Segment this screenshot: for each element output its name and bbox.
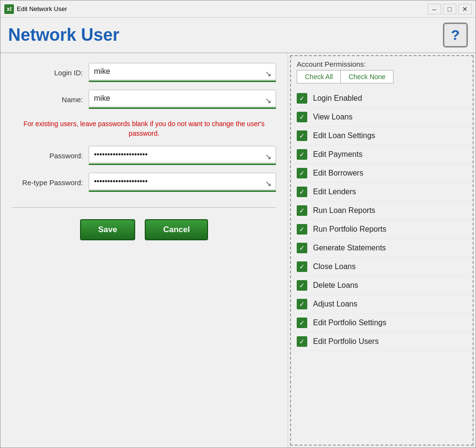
permission-label: View Loans (313, 113, 352, 121)
permission-item[interactable]: ✓Delete Loans (291, 276, 473, 295)
password-label: Password: (12, 152, 89, 160)
password-field-wrapper: ↘ (89, 146, 276, 165)
login-id-label: Login ID: (12, 69, 89, 77)
permission-checkbox: ✓ (297, 336, 307, 347)
permission-item[interactable]: ✓Edit Borrowers (291, 164, 473, 183)
retype-password-row: Re-type Password: ↘ (12, 173, 276, 192)
check-none-button[interactable]: Check None (340, 70, 394, 83)
login-id-field-wrapper: ↘ (89, 63, 276, 82)
permission-checkbox: ✓ (297, 187, 307, 197)
permission-label: Edit Portfolio Users (313, 337, 379, 346)
name-input[interactable] (89, 90, 276, 107)
permissions-header: Account Permissions: (291, 56, 473, 70)
login-id-underline (89, 81, 276, 82)
permission-item[interactable]: ✓View Loans (291, 108, 473, 127)
permission-label: Edit Lenders (313, 188, 356, 196)
retype-password-label: Re-type Password: (12, 178, 89, 187)
permission-label: Generate Statements (313, 244, 386, 252)
permission-item[interactable]: ✓Login Enabled (291, 89, 473, 108)
left-panel: Login ID: ↘ Name: ↘ For existing users, … (0, 53, 288, 448)
form-divider (12, 207, 276, 208)
password-row: Password: ↘ (12, 146, 276, 165)
maximize-button[interactable]: □ (443, 4, 456, 14)
name-field-wrapper: ↘ (89, 90, 276, 109)
permission-label: Delete Loans (313, 281, 358, 290)
permission-checkbox: ✓ (297, 224, 307, 235)
permission-checkbox: ✓ (297, 149, 307, 160)
permission-item[interactable]: ✓Generate Statements (291, 239, 473, 258)
login-id-input[interactable] (89, 63, 276, 80)
close-button[interactable]: ✕ (458, 4, 472, 14)
page-title: Network User (8, 25, 119, 45)
permission-item[interactable]: ✓Run Loan Reports (291, 201, 473, 220)
title-bar-left: xl Edit Network User (4, 4, 67, 14)
right-panel: Account Permissions: Check All Check Non… (290, 55, 474, 446)
permission-label: Edit Borrowers (313, 169, 363, 177)
cancel-button[interactable]: Cancel (145, 219, 208, 240)
check-all-button[interactable]: Check All (297, 70, 340, 83)
permission-checkbox: ✓ (297, 299, 307, 309)
permission-label: Login Enabled (313, 94, 362, 103)
permission-item[interactable]: ✓Edit Loan Settings (291, 127, 473, 145)
name-underline (89, 107, 276, 109)
login-id-row: Login ID: ↘ (12, 63, 276, 82)
retype-password-field-wrapper: ↘ (89, 173, 276, 192)
window: xl Edit Network User – □ ✕ Network User … (0, 0, 476, 448)
permission-checkbox: ✓ (297, 130, 307, 141)
help-button[interactable]: ? (443, 23, 468, 47)
title-bar: xl Edit Network User – □ ✕ (0, 0, 476, 18)
retype-password-underline (89, 190, 276, 192)
permission-checkbox: ✓ (297, 261, 307, 272)
password-hint: For existing users, leave passwords blan… (12, 119, 276, 138)
check-buttons: Check All Check None (291, 70, 473, 87)
permission-label: Close Loans (313, 262, 356, 271)
permission-label: Run Portfolio Reports (313, 225, 386, 234)
permission-item[interactable]: ✓Edit Lenders (291, 183, 473, 201)
permission-checkbox: ✓ (297, 93, 307, 104)
main-content: Login ID: ↘ Name: ↘ For existing users, … (0, 53, 476, 448)
password-input[interactable] (89, 146, 276, 163)
permission-checkbox: ✓ (297, 243, 307, 253)
permission-label: Run Loan Reports (313, 206, 375, 215)
name-label: Name: (12, 95, 89, 104)
permission-item[interactable]: ✓Run Portfolio Reports (291, 220, 473, 239)
permission-item[interactable]: ✓Adjust Loans (291, 295, 473, 314)
permissions-list: ✓Login Enabled✓View Loans✓Edit Loan Sett… (291, 87, 473, 445)
retype-password-input[interactable] (89, 173, 276, 190)
help-icon: ? (451, 27, 460, 43)
title-bar-controls: – □ ✕ (428, 4, 472, 14)
buttons-row: Save Cancel (12, 219, 276, 240)
name-row: Name: ↘ (12, 90, 276, 109)
permission-checkbox: ✓ (297, 280, 307, 291)
permission-label: Edit Loan Settings (313, 131, 375, 140)
permission-item[interactable]: ✓Edit Portfolio Settings (291, 314, 473, 332)
header-area: Network User ? (0, 18, 476, 53)
permission-item[interactable]: ✓Edit Payments (291, 145, 473, 164)
permission-item[interactable]: ✓Close Loans (291, 258, 473, 276)
minimize-button[interactable]: – (428, 4, 441, 14)
permission-checkbox: ✓ (297, 205, 307, 216)
permission-label: Edit Payments (313, 150, 362, 159)
password-underline (89, 164, 276, 165)
permission-item[interactable]: ✓Edit Portfolio Users (291, 332, 473, 351)
app-icon: xl (4, 4, 14, 14)
permission-checkbox: ✓ (297, 318, 307, 328)
save-button[interactable]: Save (80, 219, 136, 240)
permission-label: Edit Portfolio Settings (313, 318, 386, 327)
permission-label: Adjust Loans (313, 300, 358, 308)
permission-checkbox: ✓ (297, 168, 307, 178)
window-title: Edit Network User (17, 5, 67, 12)
permission-checkbox: ✓ (297, 112, 307, 122)
